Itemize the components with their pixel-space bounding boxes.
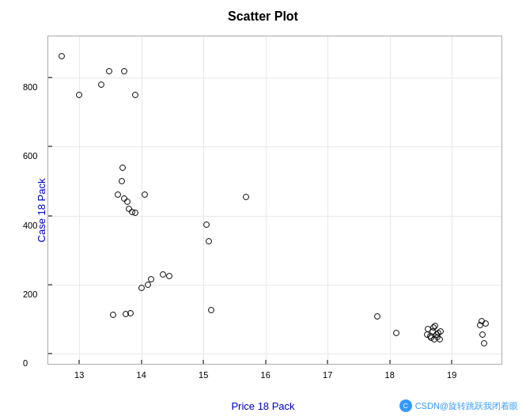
scatter-point	[115, 191, 121, 198]
scatter-point	[203, 221, 210, 228]
scatter-point	[142, 191, 148, 198]
watermark-icon: C	[399, 399, 412, 412]
scatter-point	[437, 336, 443, 342]
scatter-point	[481, 340, 487, 346]
scatter-point	[121, 68, 127, 74]
scatter-point	[127, 310, 134, 316]
scatter-point	[160, 271, 166, 278]
chart-container: Scatter Plot Case 18 Pack 02004006008001…	[0, 0, 526, 420]
y-tick-label: 800	[23, 82, 37, 92]
x-tick-mark	[327, 360, 328, 364]
x-tick-mark	[452, 360, 452, 364]
scatter-point	[479, 331, 486, 338]
x-tick-mark	[141, 360, 142, 364]
scatter-point	[243, 194, 249, 200]
scatter-point	[393, 330, 399, 336]
scatter-point	[132, 92, 138, 98]
scatter-point	[206, 238, 212, 244]
scatter-point	[76, 92, 82, 98]
scatter-point	[119, 165, 126, 171]
y-tick-label: 400	[23, 221, 37, 230]
x-tick-mark	[79, 360, 80, 364]
scatter-point	[208, 307, 214, 313]
scatter-point	[59, 53, 65, 59]
scatter-point	[106, 68, 112, 74]
scatter-point	[132, 210, 138, 216]
scatter-point	[374, 313, 380, 320]
plot-area: 020040060080013141516171819	[47, 36, 502, 365]
scatter-point	[166, 273, 172, 279]
watermark-text: CSDN@旋转跳跃我闭着眼	[415, 400, 518, 412]
chart-title: Scatter Plot	[0, 0, 526, 24]
scatter-point	[110, 312, 116, 318]
scatter-point	[432, 323, 438, 329]
scatter-point	[437, 328, 444, 335]
y-axis-label: Case 18 Pack	[36, 178, 47, 242]
scatter-point	[482, 320, 489, 327]
x-tick-label: 19	[447, 370, 456, 380]
x-tick-label: 13	[74, 370, 84, 380]
x-tick-label: 15	[199, 370, 208, 380]
scatter-point	[124, 199, 131, 205]
scatter-point	[148, 276, 154, 282]
x-tick-mark	[265, 360, 266, 364]
y-tick-label: 600	[23, 151, 37, 161]
scatter-point	[138, 285, 145, 291]
x-tick-label: 16	[261, 370, 271, 380]
scatter-point	[98, 81, 104, 88]
watermark: C CSDN@旋转跳跃我闭着眼	[399, 399, 518, 412]
x-tick-mark	[203, 360, 204, 364]
x-tick-label: 17	[323, 370, 332, 380]
y-tick-label: 0	[23, 358, 28, 368]
x-axis-label: Price 18 Pack	[231, 400, 294, 412]
scatter-point	[119, 178, 125, 184]
x-tick-label: 14	[137, 370, 146, 380]
y-tick-label: 200	[23, 289, 37, 299]
x-tick-mark	[389, 360, 390, 364]
x-tick-label: 18	[385, 370, 395, 380]
